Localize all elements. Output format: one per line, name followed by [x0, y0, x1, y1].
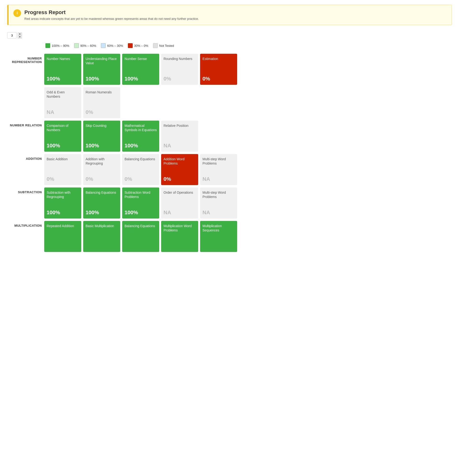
topic-cell-multiplication-0[interactable]: Repeated Addition: [44, 221, 81, 252]
topic-name-addition-2: Balancing Equations: [124, 157, 157, 174]
topic-cell-addition-1[interactable]: Addition with Regrouping 0%: [83, 154, 120, 185]
topic-cell-addition-2[interactable]: Balancing Equations 0%: [122, 154, 159, 185]
topic-score-number-relation-0: 100%: [47, 143, 79, 149]
topic-score-number-relation-2: 100%: [124, 143, 157, 149]
topic-name-addition-1: Addition with Regrouping: [86, 157, 118, 174]
info-text: Progress Report Red areas indicate conce…: [24, 9, 199, 21]
report-row-addition: ADDITIONBasic Addition 0%Addition with R…: [7, 154, 452, 185]
page-selector: ▲ ▼: [7, 32, 452, 38]
topic-name-subtraction-4: Multi-step Word Problems: [203, 190, 235, 207]
topic-cell-number-representation-2[interactable]: Number Sense 100%: [122, 54, 159, 85]
topic-score-number-relation-1: 100%: [86, 143, 118, 149]
legend-item-sw-red: 30% – 0%: [128, 43, 148, 48]
page-subtitle: Red areas indicate concepts that are yet…: [24, 17, 199, 21]
topic-score-number-representation-2-0: NA: [47, 109, 79, 115]
topic-name-number-representation-2-1: Roman Numerals: [86, 90, 118, 107]
topic-cell-subtraction-1[interactable]: Balancing Equations 100%: [83, 187, 120, 219]
topic-cell-subtraction-3[interactable]: Order of Operations NA: [161, 187, 198, 219]
row-label-number-representation-2: [7, 87, 44, 90]
topic-name-subtraction-1: Balancing Equations: [86, 190, 118, 207]
topic-name-number-relation-2: Mathematical Symbols in Equations: [124, 123, 157, 140]
topic-name-addition-0: Basic Addition: [47, 157, 79, 174]
topic-score-subtraction-1: 100%: [86, 209, 118, 216]
topic-cell-multiplication-3[interactable]: Multiplication Word Problems: [161, 221, 198, 252]
topic-score-number-representation-2: 100%: [124, 76, 157, 82]
spinner-up[interactable]: ▲: [18, 33, 22, 35]
topic-score-addition-2: 0%: [124, 176, 157, 182]
row-label-number-representation: NUMBER REPRESENTATION: [7, 54, 44, 64]
topic-cell-addition-4[interactable]: Multi-step Word Problems NA: [200, 154, 237, 185]
topic-cell-multiplication-4[interactable]: Multiplication Sequences: [200, 221, 237, 252]
page-wrapper: i Progress Report Red areas indicate con…: [0, 0, 459, 259]
topic-cell-subtraction-0[interactable]: Subtraction with Regrouping 100%: [44, 187, 81, 219]
topic-score-subtraction-4: NA: [203, 209, 235, 216]
topic-cell-multiplication-2[interactable]: Balancing Equations: [122, 221, 159, 252]
report-row-number-representation-2: Odd & Even Numbers NARoman Numerals 0%: [7, 87, 452, 118]
topic-cell-number-representation-3[interactable]: Rounding Numbers 0%: [161, 54, 198, 85]
cells-group-number-relation: Comparison of Numbers 100%Skip Counting …: [44, 121, 198, 152]
info-banner: i Progress Report Red areas indicate con…: [7, 5, 452, 25]
topic-score-addition-4: NA: [203, 176, 235, 182]
topic-score-number-representation-3: 0%: [164, 76, 196, 82]
topic-cell-subtraction-2[interactable]: Subtraction Word Problems 100%: [122, 187, 159, 219]
legend-label-sw-red: 30% – 0%: [134, 44, 148, 48]
topic-cell-number-representation-4[interactable]: Estimation 0%: [200, 54, 237, 85]
topic-cell-multiplication-1[interactable]: Basic Multiplication: [83, 221, 120, 252]
topic-name-number-relation-1: Skip Counting: [86, 123, 118, 140]
cells-group-subtraction: Subtraction with Regrouping 100%Balancin…: [44, 187, 237, 219]
topic-cell-number-relation-2[interactable]: Mathematical Symbols in Equations 100%: [122, 121, 159, 152]
info-icon: i: [13, 9, 21, 17]
topic-score-number-representation-0: 100%: [47, 76, 79, 82]
report-row-number-relation: NUMBER RELATIONComparison of Numbers 100…: [7, 121, 452, 152]
topic-cell-subtraction-4[interactable]: Multi-step Word Problems NA: [200, 187, 237, 219]
topic-score-number-relation-3: NA: [164, 143, 196, 149]
legend-swatch-sw-green: [45, 43, 50, 48]
cells-group-number-representation: Number Names 100%Understanding Place Val…: [44, 54, 237, 85]
topic-cell-number-representation-2-0[interactable]: Odd & Even Numbers NA: [44, 87, 81, 118]
legend-swatch-sw-gray: [153, 43, 158, 48]
topic-name-number-relation-3: Relative Position: [164, 123, 196, 140]
topic-cell-number-relation-1[interactable]: Skip Counting 100%: [83, 121, 120, 152]
topic-score-number-representation-1: 100%: [86, 76, 118, 82]
topic-score-number-representation-2-1: 0%: [86, 109, 118, 115]
row-label-addition: ADDITION: [7, 154, 44, 161]
legend-swatch-sw-light-green: [74, 43, 79, 48]
topic-cell-number-representation-1[interactable]: Understanding Place Value 100%: [83, 54, 120, 85]
legend-item-sw-light-blue: 60% – 30%: [101, 43, 123, 48]
topic-cell-addition-0[interactable]: Basic Addition 0%: [44, 154, 81, 185]
topic-name-multiplication-1: Basic Multiplication: [86, 224, 118, 247]
topic-cell-number-representation-0[interactable]: Number Names 100%: [44, 54, 81, 85]
row-label-number-relation: NUMBER RELATION: [7, 121, 44, 127]
legend-label-sw-green: 100% – 90%: [52, 44, 69, 48]
topic-name-subtraction-0: Subtraction with Regrouping: [47, 190, 79, 207]
topic-cell-number-representation-2-1[interactable]: Roman Numerals 0%: [83, 87, 120, 118]
topic-name-number-relation-0: Comparison of Numbers: [47, 123, 79, 140]
page-title: Progress Report: [24, 9, 199, 16]
topic-score-addition-0: 0%: [47, 176, 79, 182]
topic-name-number-representation-4: Estimation: [203, 57, 235, 73]
topic-name-subtraction-3: Order of Operations: [164, 190, 196, 207]
topic-cell-addition-3[interactable]: Addition Word Problems 0%: [161, 154, 198, 185]
page-input[interactable]: [7, 32, 17, 38]
topic-score-subtraction-3: NA: [164, 209, 196, 216]
cells-group-addition: Basic Addition 0%Addition with Regroupin…: [44, 154, 237, 185]
topic-name-multiplication-2: Balancing Equations: [124, 224, 157, 247]
report-row-multiplication: MULTIPLICATIONRepeated Addition Basic Mu…: [7, 221, 452, 252]
legend-label-sw-light-green: 90% – 60%: [80, 44, 96, 48]
cells-group-multiplication: Repeated Addition Basic Multiplication B…: [44, 221, 237, 252]
legend-label-sw-gray: Not Tested: [159, 44, 174, 48]
topic-cell-number-relation-3[interactable]: Relative Position NA: [161, 121, 198, 152]
topic-name-multiplication-4: Multiplication Sequences: [203, 224, 235, 247]
spinner-down[interactable]: ▼: [18, 36, 22, 38]
topic-name-number-representation-1: Understanding Place Value: [86, 57, 118, 73]
topic-name-number-representation-3: Rounding Numbers: [164, 57, 196, 73]
legend-label-sw-light-blue: 60% – 30%: [107, 44, 123, 48]
topic-name-addition-4: Multi-step Word Problems: [203, 157, 235, 174]
row-label-multiplication: MULTIPLICATION: [7, 221, 44, 227]
topic-score-subtraction-0: 100%: [47, 209, 79, 216]
topic-score-addition-1: 0%: [86, 176, 118, 182]
topic-score-subtraction-2: 100%: [124, 209, 157, 216]
topic-cell-number-relation-0[interactable]: Comparison of Numbers 100%: [44, 121, 81, 152]
report-row-subtraction: SUBTRACTIONSubtraction with Regrouping 1…: [7, 187, 452, 219]
topic-name-number-representation-2-0: Odd & Even Numbers: [47, 90, 79, 107]
